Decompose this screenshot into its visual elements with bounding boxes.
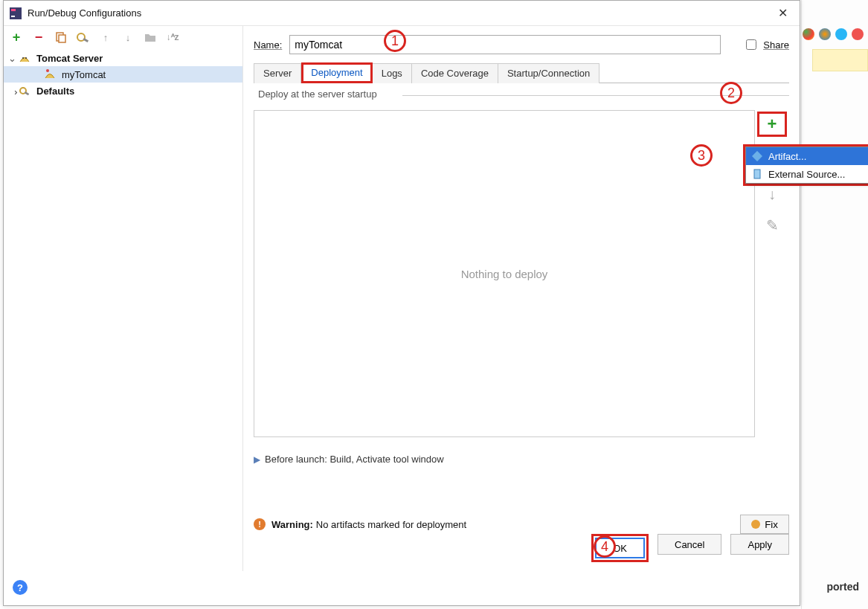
edit-defaults-icon[interactable] bbox=[77, 30, 90, 44]
background-yellow-bar bbox=[812, 49, 868, 71]
deploy-empty-text: Nothing to deploy bbox=[461, 268, 548, 280]
help-icon[interactable]: ? bbox=[13, 580, 28, 595]
dialog-buttons: OK Cancel Apply bbox=[591, 534, 789, 562]
dialog-title: Run/Debug Configurations bbox=[28, 7, 772, 19]
ok-highlight: OK bbox=[591, 534, 649, 562]
intellij-icon bbox=[10, 7, 22, 19]
svg-rect-2 bbox=[11, 16, 15, 17]
add-deployment-button[interactable]: + bbox=[757, 112, 787, 137]
opera-icon bbox=[852, 28, 864, 40]
tomcat-icon bbox=[19, 52, 30, 64]
chevron-down-icon: ⌄ bbox=[8, 53, 19, 64]
tree-label-tomcat-server: Tomcat Server bbox=[33, 53, 103, 64]
apply-button[interactable]: Apply bbox=[730, 534, 789, 555]
svg-rect-12 bbox=[752, 151, 762, 161]
share-label: Share bbox=[763, 39, 789, 51]
ok-button[interactable]: OK bbox=[595, 538, 645, 558]
firefox-icon bbox=[819, 28, 831, 40]
deploy-group: Deploy at the server startup Nothing to … bbox=[254, 95, 789, 437]
before-launch-section[interactable]: ▶ Before launch: Build, Activate tool wi… bbox=[254, 454, 789, 465]
svg-point-8 bbox=[25, 57, 27, 59]
background-ported-text: ported bbox=[826, 581, 859, 593]
popup-item-artifact[interactable]: Artifact... bbox=[746, 147, 868, 165]
gear-wrench-icon bbox=[19, 85, 30, 97]
copy-config-icon[interactable] bbox=[54, 30, 68, 44]
popup-highlight: Artifact... External Source... bbox=[743, 144, 868, 186]
share-checkbox-wrapper[interactable]: Share bbox=[743, 37, 789, 52]
name-input[interactable] bbox=[289, 35, 721, 54]
tab-code-coverage[interactable]: Code Coverage bbox=[412, 63, 498, 83]
tree-label-defaults: Defaults bbox=[33, 86, 74, 97]
deploy-area: Nothing to deploy + ↓ ✎ bbox=[254, 110, 789, 437]
tab-startup-connection[interactable]: Startup/Connection bbox=[498, 63, 599, 83]
background-strip bbox=[801, 0, 868, 609]
run-debug-dialog: Run/Debug Configurations ✕ + − ↑ ↓ ↓ᴬz ⌄… bbox=[3, 0, 800, 606]
group-separator bbox=[402, 95, 789, 96]
tab-server[interactable]: Server bbox=[254, 63, 301, 83]
before-launch-label: Before launch: Build, Activate tool wind… bbox=[265, 454, 444, 465]
sort-icon[interactable]: ↓ᴬz bbox=[166, 30, 179, 44]
svg-rect-4 bbox=[59, 35, 65, 42]
tree-label-mytomcat: myTomcat bbox=[59, 69, 106, 80]
popup-external-label: External Source... bbox=[768, 169, 845, 180]
external-source-icon bbox=[752, 169, 762, 179]
popup-artifact-label: Artifact... bbox=[768, 151, 806, 162]
popup-item-external-source[interactable]: External Source... bbox=[746, 165, 868, 183]
tree-node-defaults[interactable]: ⌄ Defaults bbox=[4, 83, 242, 99]
fix-button[interactable]: Fix bbox=[740, 515, 789, 534]
warning-label: Warning: bbox=[271, 519, 313, 530]
svg-rect-6 bbox=[83, 38, 89, 42]
name-label: Name: bbox=[254, 39, 282, 51]
deploy-list: Nothing to deploy bbox=[254, 110, 755, 437]
fix-button-label: Fix bbox=[765, 519, 778, 530]
share-checkbox[interactable] bbox=[746, 39, 756, 50]
left-panel: + − ↑ ↓ ↓ᴬz ⌄ Tomcat Server bbox=[4, 26, 243, 571]
svg-rect-11 bbox=[25, 91, 29, 95]
bulb-icon bbox=[751, 520, 760, 529]
move-up-icon[interactable]: ↑ bbox=[99, 30, 112, 44]
deploy-group-label: Deploy at the server startup bbox=[255, 88, 380, 100]
svg-point-9 bbox=[46, 69, 49, 72]
titlebar: Run/Debug Configurations ✕ bbox=[4, 1, 800, 26]
warning-icon: ! bbox=[254, 518, 266, 530]
tomcat-icon bbox=[44, 68, 56, 80]
safari-icon bbox=[835, 28, 847, 40]
name-row: Name: Share bbox=[254, 35, 789, 54]
config-toolbar: + − ↑ ↓ ↓ᴬz bbox=[4, 26, 242, 48]
config-tree: ⌄ Tomcat Server myTomcat ⌄ Defaults bbox=[4, 48, 242, 571]
close-icon[interactable]: ✕ bbox=[772, 3, 794, 23]
browser-icons-row bbox=[803, 28, 864, 40]
add-deployment-popup: Artifact... External Source... bbox=[745, 146, 868, 184]
chevron-right-icon: ▶ bbox=[254, 454, 260, 465]
edit-deployment-icon[interactable]: ✎ bbox=[757, 213, 787, 238]
warning-row: ! Warning: No artifacts marked for deplo… bbox=[254, 515, 789, 534]
dialog-body: + − ↑ ↓ ↓ᴬz ⌄ Tomcat Server bbox=[4, 26, 800, 571]
tab-deployment[interactable]: Deployment bbox=[301, 62, 372, 83]
cancel-button[interactable]: Cancel bbox=[658, 534, 721, 555]
add-config-icon[interactable]: + bbox=[10, 30, 23, 44]
right-panel: Name: Share Server Deployment Logs Code … bbox=[243, 26, 800, 571]
chevron-right-icon: ⌄ bbox=[8, 86, 19, 96]
svg-rect-1 bbox=[11, 9, 16, 11]
remove-config-icon[interactable]: − bbox=[32, 30, 45, 44]
warning-text: No artifacts marked for deployment bbox=[316, 519, 466, 530]
svg-rect-13 bbox=[754, 170, 760, 178]
artifact-icon bbox=[752, 151, 762, 161]
move-down-icon[interactable]: ↓ bbox=[121, 30, 135, 44]
folder-icon[interactable] bbox=[144, 30, 157, 44]
tabs: Server Deployment Logs Code Coverage Sta… bbox=[254, 62, 789, 83]
tree-node-mytomcat[interactable]: myTomcat bbox=[4, 66, 242, 83]
tab-logs[interactable]: Logs bbox=[373, 63, 412, 83]
tree-node-tomcat-server[interactable]: ⌄ Tomcat Server bbox=[4, 50, 242, 66]
chrome-icon bbox=[803, 28, 814, 40]
svg-point-7 bbox=[22, 57, 24, 59]
